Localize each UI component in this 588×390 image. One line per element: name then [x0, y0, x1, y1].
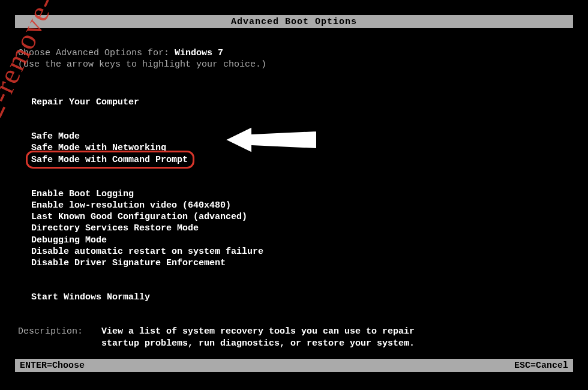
option-last-known-good[interactable]: Last Known Good Configuration (advanced)	[31, 211, 570, 223]
option-low-res-video[interactable]: Enable low-resolution video (640x480)	[31, 200, 570, 211]
description-text: View a list of system recovery tools you…	[101, 326, 437, 349]
footer-bar: ENTER=Choose ESC=Cancel	[15, 359, 573, 372]
os-name: Windows 7	[175, 48, 223, 58]
option-disable-driver-sig[interactable]: Disable Driver Signature Enforcement	[31, 257, 570, 269]
option-safe-mode[interactable]: Safe Mode	[31, 131, 570, 142]
choose-prefix: Choose Advanced Options for:	[18, 48, 175, 58]
title-bar: Advanced Boot Options	[15, 15, 573, 28]
boot-options: Repair Your Computer Safe Mode Safe Mode…	[31, 97, 570, 303]
page-title: Advanced Boot Options	[231, 17, 357, 27]
description-block: Description: View a list of system recov…	[18, 326, 570, 349]
hint-line: (Use the arrow keys to highlight your ch…	[18, 59, 570, 70]
esc-hint: ESC=Cancel	[514, 361, 568, 371]
main-content: Choose Advanced Options for: Windows 7 (…	[18, 48, 570, 349]
option-directory-services[interactable]: Directory Services Restore Mode	[31, 223, 570, 234]
option-boot-logging[interactable]: Enable Boot Logging	[31, 188, 570, 200]
option-safe-mode-networking[interactable]: Safe Mode with Networking	[31, 142, 570, 154]
option-repair-computer[interactable]: Repair Your Computer	[31, 97, 570, 108]
option-start-normally[interactable]: Start Windows Normally	[31, 292, 570, 303]
option-debugging-mode[interactable]: Debugging Mode	[31, 235, 570, 246]
enter-hint: ENTER=Choose	[20, 361, 85, 371]
option-safe-mode-command-prompt[interactable]: Safe Mode with Command Prompt	[31, 154, 188, 166]
description-label: Description:	[18, 326, 96, 338]
choose-line: Choose Advanced Options for: Windows 7	[18, 48, 570, 58]
option-disable-auto-restart[interactable]: Disable automatic restart on system fail…	[31, 246, 570, 257]
